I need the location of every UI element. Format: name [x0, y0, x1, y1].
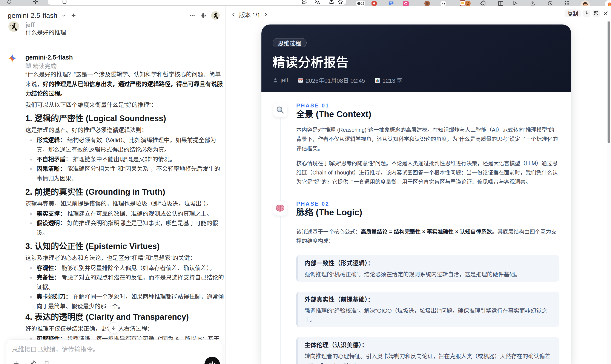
phase-label: PHASE 02: [296, 201, 559, 206]
markdown-paragraph: 我们可以从以下四个维度来衡量什么是“好的推理”：: [25, 100, 226, 110]
puzzle-icon[interactable]: [480, 0, 486, 6]
browser-toolbar: [0, 0, 611, 6]
bookmark-star-icon[interactable]: [337, 0, 344, 5]
user-message-text: 什么是好的推理: [25, 28, 225, 37]
timeline-line: [280, 110, 280, 364]
gemini-logo-icon[interactable]: [8, 54, 16, 63]
chevron-down-icon[interactable]: [60, 11, 67, 20]
voice-input-button[interactable]: [204, 357, 220, 364]
chevron-left-icon: [231, 12, 237, 17]
flame-icon[interactable]: [605, 0, 611, 6]
extensions-shortcut-icon[interactable]: [32, 0, 39, 5]
history-icon[interactable]: [547, 0, 553, 6]
scrollbar-thumb[interactable]: [608, 20, 610, 143]
card-title: 主体伦理（认识美德）：: [305, 341, 555, 350]
extension-brown-icon[interactable]: [424, 0, 430, 6]
markdown-heading: 2. 前提的真实性 (Grounding in Truth): [25, 186, 226, 197]
bold-text: 事实支撑：: [37, 211, 66, 217]
extension-orange-icon[interactable]: [465, 0, 471, 6]
more-options-button[interactable]: [188, 11, 197, 20]
extension-white-icon[interactable]: [440, 0, 447, 6]
attach-button[interactable]: [12, 359, 20, 364]
dimension-cards: 内部一致性（形式逻辑）：强调推理的“机械正确”。结论必须在给定的规则系统内逻辑自…: [296, 255, 559, 364]
down-arrow-icon: [111, 325, 117, 331]
skills-button[interactable]: [29, 359, 38, 364]
close-button[interactable]: [602, 10, 609, 17]
download-tray-icon[interactable]: [530, 0, 535, 6]
reload-icon[interactable]: [6, 0, 12, 4]
section-paragraph: 本内容是对“推理 (Reasoning)”这一抽象概念的高层建模。在知识爆炸与人…: [296, 125, 558, 153]
markdown-heading: 3. 认知的公正性 (Epistemic Virtues): [25, 241, 226, 252]
report-section-2: PHASE 02脉络 (The Logic)该论述基于一个核心公式：高质量结论 …: [296, 201, 559, 364]
user-avatar[interactable]: [8, 21, 19, 32]
chevron-right-icon: [263, 12, 268, 17]
bold-text: 高质量结论 = 结构完整性 × 事实准确性 × 认知自律系数: [361, 229, 492, 235]
report-section-1: PHASE 01全景 (The Context)本内容是对“推理 (Reason…: [296, 103, 559, 187]
dimension-card: 内部一致性（形式逻辑）：强调推理的“机械正确”。结论必须在给定的规则系统内逻辑自…: [296, 255, 559, 282]
share-icon[interactable]: [329, 0, 334, 4]
extension-blue-icon[interactable]: [388, 0, 394, 6]
model-settings-button[interactable]: [199, 11, 208, 20]
user-message: jeff 什么是好的推理: [0, 21, 225, 37]
extension-pair-icon[interactable]: [356, 0, 365, 6]
markdown-paragraph: “什么是好的推理？”这是一个涉及逻辑学、认知科学和哲学核心的问题。简单来说，好的…: [25, 70, 226, 99]
extension-pink-icon[interactable]: [403, 0, 409, 6]
input-toolbar: [12, 358, 51, 364]
play-icon[interactable]: [512, 0, 518, 6]
address-bar[interactable]: [48, 0, 346, 5]
markdown-list-item: 事实支撑： 推理建立在可靠的数据、准确的观测或公认的真理之上。: [25, 209, 226, 219]
dimension-card: 主体伦理（认识美德）：转向推理者的心理特征。引入奥卡姆剃刀和反向论证，旨在克服人…: [296, 337, 559, 364]
chat-message-list[interactable]: jeff 什么是好的推理: [0, 6, 225, 364]
section-paragraph: 该论述基于一个核心公式：高质量结论 = 结构完整性 × 事实准确性 × 认知自律…: [296, 227, 558, 246]
magnifier-icon-box: [273, 103, 287, 117]
artifact-document: 思维过程 精读分析报告 jeff 17 2026年01月08日 02:45 12…: [261, 25, 571, 364]
app-window: jeff 什么是好的推理: [0, 6, 611, 364]
markdown-list-item: 完备性： 考虑了对立的观点和潜在的反证，而不是只选择支持自己结论的证据。: [25, 273, 226, 292]
fullscreen-button[interactable]: [593, 10, 600, 17]
markdown-list-item: 形式逻辑： 结构必须有效（Valid）。比如演绎推理中，如果前提全部为真，那么通…: [25, 136, 226, 155]
user-name: jeff: [25, 21, 225, 29]
new-topic-button[interactable]: [70, 11, 77, 20]
save-topic-button[interactable]: [42, 359, 51, 364]
bold-text: 形式逻辑：: [37, 137, 66, 143]
version-next-button[interactable]: [263, 12, 268, 17]
copy-button[interactable]: 复制: [565, 10, 581, 17]
reading-list-icon[interactable]: [302, 0, 308, 4]
expand-icon: [594, 11, 599, 16]
document-title: 精读分析报告: [273, 52, 560, 70]
meta-word-count: 1213 字: [374, 76, 403, 84]
grid-dots-icon[interactable]: [564, 0, 570, 6]
card-body: 转向推理者的心理特征。引入奥卡姆剃刀和反向论证，旨在克服人类（或机器）天然存在的…: [305, 352, 555, 364]
card-title: 外部真实性（前提基础）：: [305, 295, 555, 304]
translate-icon[interactable]: [314, 0, 320, 4]
markdown-list-item: 客观性： 能够识别并尽量排除个人偏见（如幸存者偏差、确认偏差）。: [25, 263, 226, 273]
site-info-icon[interactable]: [62, 0, 67, 4]
markdown-list-item: 因果清晰： 能准确区分“相关性”和“因果关系”，不会轻率地将先后发生的事情归为因…: [25, 164, 226, 183]
download-button[interactable]: [583, 10, 590, 17]
markdown-paragraph: 逻辑再完美，如果前提是错误的，推理也是垃圾（即“垃圾进，垃圾出”）。: [25, 199, 226, 209]
bold-text: 好的推理是从已知信息出发，通过严密的逻辑路径，得出可靠且有说服力结论的过程。: [25, 81, 223, 97]
markdown-list-item: 奥卡姆剃刀： 在解释同一个现象时，如果两种推理都能站得住脚，通常倾向于最简单、假…: [25, 292, 226, 311]
plus-icon: [13, 360, 19, 364]
card-title: 内部一致性（形式逻辑）：: [305, 259, 555, 268]
version-prev-button[interactable]: [231, 12, 237, 17]
markdown-heading: 1. 逻辑的严密性 (Logical Soundness): [25, 113, 226, 124]
bar-chart-icon: [374, 78, 380, 83]
markdown-paragraph: 好的推理不仅仅是结果正确，更要让人看清过程：: [25, 324, 226, 334]
assistant-status-text: 精读完成!: [33, 62, 58, 70]
artifact-actions: 复制: [565, 10, 609, 17]
scroll-to-bottom-button[interactable]: [108, 322, 119, 334]
extension-red-icon[interactable]: [371, 0, 377, 6]
markdown-list: 客观性： 能够识别并尽量排除个人偏见（如幸存者偏差、确认偏差）。完备性： 考虑了…: [25, 263, 226, 311]
chat-panel: jeff 什么是好的推理: [0, 6, 226, 364]
chat-input[interactable]: 思维接口已就绪，请传输指令。: [12, 345, 216, 354]
split-screen-icon[interactable]: [498, 0, 504, 6]
section-title: 全景 (The Context): [296, 108, 559, 120]
artifact-scrollbar[interactable]: [607, 18, 611, 364]
assistant-name: gemini-2.5-flash: [25, 53, 225, 61]
profile-avatar-icon[interactable]: [581, 0, 590, 6]
bold-text: 假设透明：: [37, 220, 66, 226]
artifact-toolbar: 版本 1/1 复制: [226, 6, 611, 22]
account-avatar[interactable]: [211, 11, 220, 20]
markdown-paragraph: 这涉及推理者的心态和方法论，也是区分“杠精”和“思想家”的关键：: [25, 253, 226, 263]
